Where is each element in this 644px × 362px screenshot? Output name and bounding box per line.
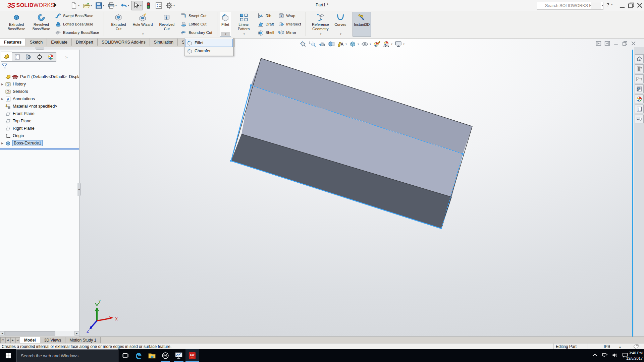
mirror-button[interactable]: Mirror — [278, 29, 301, 36]
app-monitor-taskbar-button[interactable] — [172, 349, 185, 362]
task-view-taskbar-button[interactable] — [118, 349, 132, 362]
panel-splitter-handle[interactable]: ◀ — [77, 183, 81, 196]
revolved-cut-button[interactable]: Revolved Cut — [155, 12, 179, 37]
tab-solidworks-add-ins[interactable]: SOLIDWORKS Add-Ins — [98, 39, 150, 46]
expand-arrow-icon[interactable]: ▶ — [1, 98, 4, 101]
lofted-boss-base-button[interactable]: Lofted Boss/Base — [55, 21, 99, 27]
file-explorer-taskbar-button[interactable] — [145, 349, 159, 362]
help-search-button[interactable] — [591, 2, 601, 9]
help-search-input[interactable]: Search SOLIDWORKS Help — [545, 3, 591, 8]
hole-wizard-button[interactable]: Hole Wizard▾ — [131, 12, 154, 37]
3d-drawing-view-button[interactable]: A▾ — [337, 41, 347, 48]
menu-item-chamfer[interactable]: Chamfer — [185, 47, 233, 55]
apply-scene-button[interactable]: ▾ — [383, 41, 392, 48]
dropdown-arrow-icon[interactable]: ▾ — [140, 4, 142, 7]
tab-3d-views[interactable]: 3D Views — [40, 337, 65, 344]
tree-tab-property-list[interactable] — [12, 52, 23, 62]
dropdown-arrow-icon[interactable]: ▾ — [173, 4, 175, 7]
solidworks-2017-taskbar-button[interactable]: SW2017 — [185, 349, 199, 362]
units-dropdown-arrow-icon[interactable]: ▲ — [619, 346, 621, 348]
dropdown-arrow-icon[interactable]: ▾ — [115, 4, 117, 7]
graphics-viewport[interactable] — [0, 39, 644, 337]
rib-button[interactable]: Rib — [258, 12, 274, 19]
help-dropdown-arrow-icon[interactable]: ▾ — [611, 3, 612, 6]
tree-item-front-plane[interactable]: Front Plane — [0, 110, 79, 117]
search-dropdown-arrow-icon[interactable]: ▾ — [602, 4, 603, 7]
open-button[interactable]: ▾ — [82, 1, 93, 10]
boundary-boss-base-button[interactable]: Boundary Boss/Base — [55, 29, 99, 36]
dropdown-arrow-icon[interactable]: ▾ — [391, 43, 392, 46]
tree-tab-dimxpert-target[interactable] — [34, 52, 45, 62]
tree-item-boss-extrude1[interactable]: ▶Boss-Extrude1 — [0, 139, 79, 147]
collapse-left-pane-button[interactable] — [596, 41, 601, 48]
filter-funnel-icon[interactable] — [1, 63, 8, 69]
view-palette-button[interactable] — [635, 84, 644, 93]
dropdown-arrow-icon[interactable]: ▾ — [91, 4, 92, 7]
tab-motion-study-1[interactable]: Motion Study 1 — [65, 337, 101, 344]
tab-simulation[interactable]: Simulation — [150, 39, 178, 46]
previous-view-button[interactable] — [318, 41, 325, 48]
tree-item-origin[interactable]: Origin — [0, 132, 79, 139]
view-settings-button[interactable]: ▾ — [395, 41, 405, 48]
extruded-cut-button[interactable]: Extruded Cut — [106, 12, 130, 37]
print-button[interactable]: ▾ — [106, 1, 118, 10]
solidworks-logo[interactable]: 3S SOLIDWORKS — [7, 1, 55, 9]
dropdown-arrow-icon[interactable]: ▾ — [320, 33, 321, 36]
network-button[interactable] — [602, 353, 608, 359]
prev-tab-icon[interactable]: ◀ — [5, 337, 10, 343]
tree-tab-appearance-ball[interactable] — [45, 52, 56, 62]
collapse-right-pane-button[interactable] — [604, 41, 610, 48]
file-properties-button[interactable] — [154, 1, 164, 10]
zoom-to-area-button[interactable] — [309, 41, 316, 48]
reference-geometry-button[interactable]: Reference Geometry▾ — [308, 12, 332, 37]
instant3d-button[interactable]: Instant3D — [353, 12, 371, 37]
dropdown-arrow-icon[interactable]: ▾ — [225, 33, 226, 36]
lofted-cut-button[interactable]: Lofted Cut — [180, 21, 212, 27]
tree-horizontal-scrollbar[interactable]: ◀ ▶ — [0, 331, 79, 336]
appearances-scenes-button[interactable] — [635, 95, 644, 103]
tree-tab-part[interactable] — [1, 52, 12, 62]
tab-model[interactable]: Model — [20, 337, 40, 344]
dropdown-arrow-icon[interactable]: ▾ — [370, 43, 371, 46]
boundary-cut-button[interactable]: Boundary Cut — [180, 29, 212, 36]
dropdown-arrow-icon[interactable]: ▾ — [78, 4, 79, 7]
doc-restore-button[interactable] — [622, 41, 628, 48]
scroll-left-icon[interactable]: ◀ — [0, 331, 5, 336]
tree-tab-configurations[interactable] — [23, 52, 34, 62]
help-button[interactable]: ?▾ — [606, 2, 612, 7]
solidworks-forum-button[interactable] — [635, 115, 644, 123]
units-selector[interactable]: IPS — [604, 344, 610, 349]
intersect-button[interactable]: Intersect — [278, 21, 301, 27]
tree-item-sensors[interactable]: Sensors — [0, 88, 79, 95]
scroll-right-icon[interactable]: ▶ — [74, 331, 79, 336]
zoom-to-fit-button[interactable] — [300, 41, 307, 48]
dropdown-arrow-icon[interactable]: ▾ — [142, 33, 144, 36]
home-button[interactable] — [635, 54, 644, 63]
start-button[interactable] — [0, 349, 16, 362]
tree-item-material-not-specified-[interactable]: Material <not specified> — [0, 103, 79, 110]
scrollbar-thumb[interactable] — [5, 331, 55, 336]
doc-close-button[interactable] — [631, 41, 636, 48]
doc-minimize-button[interactable] — [613, 41, 619, 48]
tab-features[interactable]: Features — [0, 39, 26, 46]
taskbar-clock[interactable]: 3:40 PM 12/5/2017 — [619, 350, 643, 361]
rebuild-button[interactable] — [144, 1, 153, 10]
dropdown-arrow-icon[interactable]: ▾ — [345, 43, 347, 46]
hide-show-items-button[interactable]: ▾ — [361, 41, 371, 48]
swept-boss-base-button[interactable]: Swept Boss/Base — [55, 12, 99, 19]
expand-arrow-icon[interactable]: ▶ — [1, 142, 4, 145]
window-restore-button[interactable] — [628, 2, 634, 8]
volume-button[interactable] — [612, 353, 618, 359]
design-library-button[interactable] — [635, 64, 644, 73]
rollback-bar[interactable] — [0, 148, 79, 149]
revolved-boss-base-button[interactable]: Revolved Boss/Base — [29, 12, 53, 37]
extruded-boss-base-button[interactable]: Extruded Boss/Base — [4, 12, 29, 37]
undo-button[interactable]: ▾ — [119, 1, 130, 10]
wrap-button[interactable]: aWrap — [278, 12, 301, 19]
tree-root-row[interactable]: Part1 (Default<<Default>_Display S — [0, 73, 79, 80]
tree-tabs-more-button[interactable]: > — [64, 53, 69, 62]
tab-sketch[interactable]: Sketch — [26, 39, 47, 46]
first-tab-icon[interactable]: ⏮ — [0, 337, 5, 343]
dropdown-arrow-icon[interactable]: ▾ — [128, 4, 129, 7]
custom-properties-button[interactable] — [635, 105, 644, 113]
